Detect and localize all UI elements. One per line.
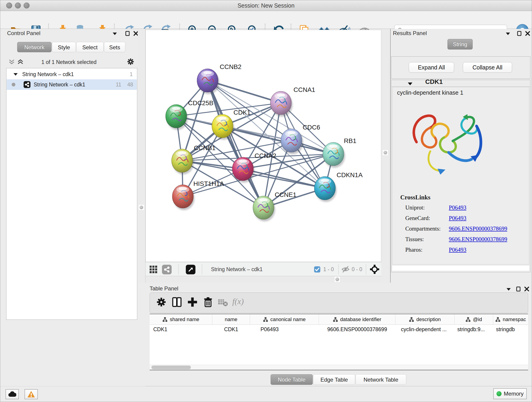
node-label: CCNE1 — [275, 191, 297, 198]
tab-select[interactable]: Select — [76, 42, 104, 52]
results-actions-box: Expand All Collapse All — [391, 56, 530, 79]
panel-menu-icon[interactable] — [506, 287, 511, 291]
tab-edge-table[interactable]: Edge Table — [313, 374, 355, 385]
crosslink-link[interactable]: P06493 — [449, 215, 466, 221]
network-canvas[interactable]: CCNB2CCNA1CDC25BCDK1CDC6RB1CCNB1CCNA2CDK… — [146, 30, 381, 262]
cytoscape-window: Session: New Session — [0, 0, 532, 402]
current-network-dot-icon — [12, 83, 15, 86]
show-columns-icon[interactable] — [171, 297, 182, 307]
delete-column-trash-icon[interactable] — [203, 297, 214, 307]
tree-caret-icon[interactable] — [13, 72, 18, 76]
crosslink-label: Uniprot: — [405, 204, 425, 211]
column-header[interactable]: @id — [455, 314, 493, 325]
network-share-icon[interactable] — [162, 265, 172, 274]
horizontal-splitter-handle[interactable] — [334, 276, 340, 282]
warnings-button[interactable] — [25, 389, 38, 399]
network-row-selected[interactable]: String Network – cdk1 11 48 — [7, 79, 137, 90]
fit-selected-crosshair-icon[interactable] — [370, 265, 379, 274]
network-type-icon — [24, 81, 31, 88]
status-bar: Memory — [0, 386, 532, 402]
crosslink-link[interactable]: 9606.ENSP00000378699 — [449, 236, 507, 242]
collapse-all-button[interactable]: Collapse All — [463, 62, 512, 73]
right-splitter-handle[interactable] — [382, 150, 388, 156]
gene-details: cyclin-dependent kinase 1 — [392, 87, 529, 264]
right-splitter[interactable] — [381, 29, 390, 283]
column-header[interactable]: description — [395, 314, 455, 325]
panel-float-icon[interactable] — [125, 31, 130, 36]
section-caret-icon[interactable] — [407, 82, 413, 86]
crosslink-label: GeneCard: — [405, 215, 430, 221]
results-scroll-strip[interactable] — [392, 266, 529, 271]
expand-all-button[interactable]: Expand All — [409, 62, 454, 73]
birds-eye-view-icon[interactable] — [186, 265, 196, 274]
crosslink-link[interactable]: P06493 — [449, 247, 466, 253]
tab-sets[interactable]: Sets — [104, 42, 125, 52]
memory-status-icon — [496, 391, 501, 396]
crosslink-link[interactable]: P06493 — [449, 204, 466, 211]
network-view-toolbar: String Network – cdk1 1 - 0 0 - 0 — [146, 262, 381, 276]
network-collection-row[interactable]: String Network – cdk1 1 — [7, 69, 137, 79]
tab-node-table[interactable]: Node Table — [271, 374, 313, 385]
column-header[interactable]: namespac — [493, 314, 528, 325]
panel-close-icon[interactable] — [524, 286, 530, 292]
table-horizontal-scrollbar[interactable] — [150, 365, 528, 370]
attribute-tree-icon — [409, 317, 414, 322]
results-content-box: CDK1 cyclin-dependent kinase 1 — [391, 80, 530, 272]
crosslinks-title: CrossLinks — [400, 194, 431, 201]
node-table: shared name name canonical name database… — [150, 314, 528, 365]
tab-network-table[interactable]: Network Table — [355, 374, 406, 385]
gene-section-header[interactable]: CDK1 — [391, 80, 530, 87]
tab-string[interactable]: String — [447, 39, 473, 50]
attribute-tree-icon — [162, 317, 167, 322]
cloud-status-button[interactable] — [6, 389, 19, 399]
delete-table-icon — [217, 297, 228, 307]
control-panel: Control Panel Network Style Select Sets … — [0, 29, 138, 283]
left-splitter[interactable] — [138, 29, 146, 283]
results-panel-title: Results Panel — [393, 30, 427, 36]
collection-count: 1 — [130, 71, 133, 77]
titlebar: Session: New Session — [0, 0, 532, 11]
grid-view-icon[interactable] — [149, 265, 158, 274]
node-label: RB1 — [344, 137, 356, 144]
tab-style[interactable]: Style — [52, 42, 76, 52]
gene-symbol: CDK1 — [425, 78, 443, 85]
panel-float-icon[interactable] — [517, 31, 522, 36]
window-title: Session: New Session — [0, 0, 532, 11]
column-header[interactable]: database identifier — [319, 314, 395, 325]
table-header-row: shared name name canonical name database… — [150, 314, 528, 325]
network-graph[interactable]: CCNB2CCNA1CDC25BCDK1CDC6RB1CCNB1CCNA2CDK… — [146, 30, 381, 262]
memory-label: Memory — [504, 390, 524, 397]
table-panel: Table Panel — [146, 283, 532, 386]
control-panel-title: Control Panel — [7, 30, 40, 36]
panel-close-icon[interactable] — [525, 31, 530, 36]
network-edge-count: 48 — [127, 82, 133, 88]
table-options-gear-icon[interactable] — [156, 297, 167, 307]
column-header[interactable]: shared name — [150, 314, 212, 325]
node-label: HIST1H1A — [193, 180, 224, 187]
node-label: CDKN1A — [336, 172, 363, 179]
panel-menu-icon[interactable] — [505, 32, 511, 36]
current-network-name: String Network – cdk1 — [211, 262, 263, 276]
node-label: CDC25B — [188, 99, 213, 107]
network-collection-label: String Network – cdk1 — [22, 71, 74, 77]
left-splitter-handle[interactable] — [138, 204, 144, 211]
horizontal-splitter[interactable] — [146, 276, 381, 283]
attribute-tree-icon — [466, 317, 471, 322]
table-panel-title: Table Panel — [150, 285, 178, 292]
table-row[interactable]: CDK1 CDK1 P06493 9606.ENSP00000378699 cy… — [150, 325, 528, 334]
memory-button[interactable]: Memory — [493, 388, 527, 399]
selected-checkbox-icon[interactable] — [314, 266, 320, 273]
add-column-icon[interactable] — [187, 297, 198, 307]
column-header[interactable]: canonical name — [250, 314, 319, 325]
panel-float-icon[interactable] — [516, 286, 521, 292]
network-options-gear-icon[interactable] — [127, 58, 134, 65]
tab-network[interactable]: Network — [17, 42, 51, 52]
column-header[interactable]: name — [212, 314, 250, 325]
hidden-eye-slash-icon — [342, 266, 349, 273]
scrollbar-thumb[interactable] — [152, 366, 191, 369]
crosslink-link[interactable]: 9606.ENSP00000378699 — [449, 225, 507, 232]
panel-menu-icon[interactable] — [112, 32, 118, 36]
selected-node-edge-counts: 1 - 0 — [323, 262, 334, 276]
results-panel: Results Panel String Expand All Collapse… — [390, 29, 532, 283]
attribute-tree-icon — [333, 317, 338, 322]
